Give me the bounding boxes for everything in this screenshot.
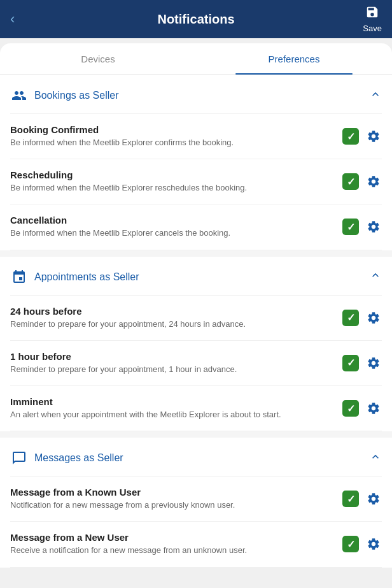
bookings-chevron[interactable] [369,88,382,104]
appointments-icon [10,268,28,286]
section-appointments-seller: Appointments as Seller [10,257,382,296]
notif-1hour: 1 hour before Reminder to prepare for yo… [10,341,382,386]
bookings-icon [10,87,28,104]
save-icon [365,5,379,22]
tab-preferences[interactable]: Preferences [196,43,392,75]
1hour-checkbox[interactable] [342,355,359,371]
appointments-seller-title: Appointments as Seller [34,271,139,283]
notif-24hours: 24 hours before Reminder to prepare for … [10,296,382,341]
cancellation-gear[interactable] [365,219,382,235]
notif-1hour-desc: Reminder to prepare for your appointment… [10,364,335,375]
notif-24hours-title: 24 hours before [10,306,335,317]
section-messages-seller: Messages as Seller [10,438,382,477]
known-user-gear[interactable] [365,491,382,507]
notif-known-user: Message from a Known User Notification f… [10,477,382,522]
new-user-checkbox[interactable] [342,536,359,552]
notif-cancellation: Cancellation Be informed when the Meetli… [10,204,382,250]
section-messages-left: Messages as Seller [10,449,123,467]
imminent-checkbox[interactable] [342,400,359,417]
header: ‹ Notifications Save [0,0,392,38]
messages-icon [10,449,28,467]
notif-new-user: Message from a New User Receive a notifi… [10,522,382,567]
notif-rescheduling-desc: Be informed when the Meetlib Explorer re… [10,182,335,194]
notif-24hours-desc: Reminder to prepare for your appointment… [10,319,335,330]
save-button[interactable]: Save [363,5,382,33]
rescheduling-checkbox[interactable] [342,173,359,190]
page-title: Notifications [157,12,234,27]
notif-booking-confirmed-title: Booking Confirmed [10,124,335,135]
notif-imminent-desc: An alert when your appointment with the … [10,409,335,420]
messages-chevron[interactable] [369,450,382,466]
back-button[interactable]: ‹ [10,11,33,27]
1hour-gear[interactable] [365,355,382,371]
notif-new-user-desc: Receive a notification for a new message… [10,545,335,556]
notif-imminent: Imminent An alert when your appointment … [10,386,382,431]
notif-imminent-title: Imminent [10,396,335,407]
tab-devices[interactable]: Devices [0,43,196,75]
section-bookings-seller: Bookings as Seller [10,75,382,114]
booking-confirmed-checkbox[interactable] [342,128,359,145]
section-divider-2 [0,431,392,438]
notif-booking-confirmed: Booking Confirmed Be informed when the M… [10,114,382,159]
booking-confirmed-gear[interactable] [365,128,382,145]
notif-1hour-title: 1 hour before [10,351,335,362]
content-appointments: Appointments as Seller 24 hours before R… [0,257,392,432]
bookings-seller-title: Bookings as Seller [34,90,119,101]
save-label: Save [363,24,382,33]
notif-cancellation-desc: Be informed when the Meetlib Explorer ca… [10,227,335,239]
24hours-gear[interactable] [365,310,382,326]
section-bookings-left: Bookings as Seller [10,87,119,104]
section-appointments-left: Appointments as Seller [10,268,139,286]
notif-booking-confirmed-desc: Be informed when the Meetlib Explorer co… [10,137,335,148]
known-user-checkbox[interactable] [342,491,359,507]
notif-new-user-title: Message from a New User [10,532,335,543]
notif-rescheduling: Rescheduling Be informed when the Meetli… [10,159,382,204]
content-messages: Messages as Seller Message from a Known … [0,438,392,567]
tabs-container: Devices Preferences [0,43,392,75]
appointments-chevron[interactable] [369,269,382,285]
section-divider-1 [0,250,392,257]
notif-known-user-desc: Notification for a new message from a pr… [10,499,335,511]
cancellation-checkbox[interactable] [342,219,359,235]
notif-known-user-title: Message from a Known User [10,487,335,498]
content-area: Bookings as Seller Booking Confirmed Be … [0,75,392,250]
rescheduling-gear[interactable] [365,173,382,190]
new-user-gear[interactable] [365,536,382,552]
notif-cancellation-title: Cancellation [10,215,335,226]
notif-rescheduling-title: Rescheduling [10,169,335,180]
imminent-gear[interactable] [365,400,382,417]
24hours-checkbox[interactable] [342,310,359,326]
messages-seller-title: Messages as Seller [34,452,123,464]
